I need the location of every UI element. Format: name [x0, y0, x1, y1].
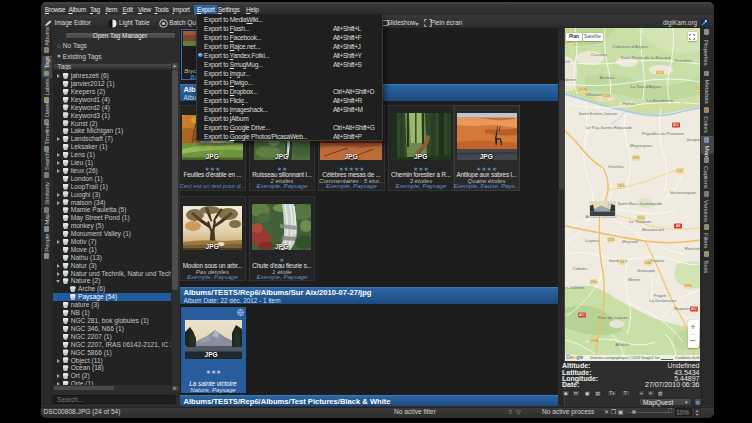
svg-text:Cabriès: Cabriès [573, 266, 587, 271]
svg-text:Meyrargues: Meyrargues [630, 143, 652, 148]
svg-text:-les-Vallions: -les-Vallions [565, 285, 584, 290]
svg-text:Ansouis: Ansouis [600, 75, 615, 80]
svg-text:Meyreuil: Meyreuil [622, 239, 638, 244]
svg-text:D46: D46 [645, 261, 651, 265]
svg-text:D120: D120 [656, 71, 664, 75]
svg-text:Saint-Estève-Janson: Saint-Estève-Janson [579, 111, 618, 116]
svg-text:Pertuis: Pertuis [622, 101, 635, 106]
svg-text:Cadenet: Cadenet [565, 77, 577, 82]
svg-text:D56: D56 [604, 94, 610, 98]
svg-text:Jouques: Jouques [686, 137, 700, 142]
svg-text:A52: A52 [691, 307, 697, 311]
svg-text:A51: A51 [673, 123, 679, 127]
svg-text:Vauvenargues: Vauvenargues [670, 190, 697, 195]
svg-text:Saint-Martin-de-la-Brasque: Saint-Martin-de-la-Brasque [621, 55, 672, 60]
svg-text:D58: D58 [608, 238, 614, 242]
svg-text:Luynes: Luynes [585, 238, 599, 243]
svg-text:Gréasque: Gréasque [637, 268, 656, 273]
svg-text:D8n: D8n [591, 280, 597, 284]
svg-text:marin: marin [565, 59, 571, 64]
svg-text:La Tour-d'Aigues: La Tour-d'Aigues [630, 84, 661, 89]
svg-text:Peyrolles-en-Provence: Peyrolles-en-Provence [642, 131, 685, 136]
svg-text:Cucuron: Cucuron [591, 52, 607, 57]
svg-text:Cabrières-d'Aigues: Cabrières-d'Aigues [612, 44, 647, 49]
svg-text:D27: D27 [568, 40, 574, 44]
svg-text:Saint-Marc-Jaumegarde: Saint-Marc-Jaumegarde [618, 201, 664, 206]
svg-text:Fuveau: Fuveau [650, 258, 665, 263]
svg-text:La Bastidonne: La Bastidonne [647, 98, 674, 103]
svg-text:A51: A51 [579, 313, 585, 317]
svg-text:Peypin: Peypin [654, 293, 667, 298]
svg-text:D6: D6 [620, 260, 624, 264]
svg-text:Plan-de-Cuques: Plan-de-Cuques [598, 315, 628, 320]
svg-text:Grambois: Grambois [674, 58, 692, 63]
svg-text:D11: D11 [677, 169, 683, 173]
svg-text:D908: D908 [590, 339, 598, 343]
svg-text:D96: D96 [685, 284, 691, 288]
svg-text:Mimet: Mimet [628, 277, 640, 282]
svg-text:D10: D10 [638, 216, 644, 220]
svg-text:Villelaure: Villelaure [585, 92, 603, 97]
svg-text:D973: D973 [579, 88, 587, 92]
svg-text:Beaurecueil: Beaurecueil [642, 227, 664, 232]
svg-text:Venelles: Venelles [608, 164, 624, 169]
svg-text:Le Puy-Sainte-Réparade: Le Puy-Sainte-Réparade [586, 125, 633, 130]
svg-text:A8: A8 [676, 224, 680, 228]
svg-text:D27: D27 [696, 87, 700, 91]
svg-text:La Destrousse: La Destrousse [650, 298, 678, 303]
svg-text:D96: D96 [633, 156, 639, 160]
svg-text:D63: D63 [618, 184, 624, 188]
svg-text:Allauch: Allauch [615, 342, 629, 347]
svg-text:Rousset: Rousset [685, 246, 700, 251]
